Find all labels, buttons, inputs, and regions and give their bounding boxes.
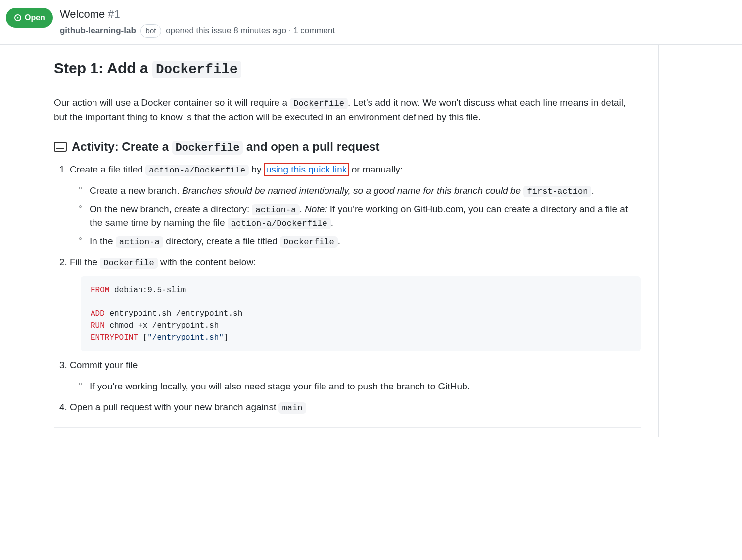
activity-heading: Activity: Create a Dockerfile and open a…: [54, 138, 641, 156]
issue-number: #1: [108, 8, 120, 20]
issue-header: Open Welcome #1 github-learning-lab bot …: [0, 0, 742, 45]
quick-link[interactable]: using this quick link: [266, 164, 347, 174]
step-3: Commit your file If you're working local…: [70, 358, 641, 393]
step-4: Open a pull request with your new branch…: [70, 400, 641, 415]
issue-open-icon: [14, 14, 22, 22]
substep-b: On the new branch, create a directory: a…: [90, 202, 641, 230]
code-dockerfile: Dockerfile: [172, 141, 243, 155]
opened-text: opened this issue 8 minutes ago · 1 comm…: [166, 26, 335, 35]
code-branch: first-action: [523, 186, 591, 197]
issue-meta: github-learning-lab bot opened this issu…: [60, 24, 736, 38]
steps-list: Create a file titled action-a/Dockerfile…: [54, 163, 641, 414]
code-dockerfile: Dockerfile: [290, 98, 348, 109]
issue-title-line: Welcome #1: [60, 6, 736, 22]
code-path: action-a/Dockerfile: [145, 165, 249, 176]
state-label: Open: [25, 12, 45, 24]
issue-author[interactable]: github-learning-lab: [60, 26, 136, 35]
step-1-substeps: Create a new branch. Branches should be …: [70, 184, 641, 249]
code-file: Dockerfile: [100, 258, 158, 269]
issue-title: Welcome: [60, 8, 105, 20]
issue-body: Step 1: Add a Dockerfile Our action will…: [42, 45, 659, 437]
substep-c: In the action-a directory, create a file…: [90, 234, 641, 249]
step-2: Fill the Dockerfile with the content bel…: [70, 256, 641, 352]
highlighted-link-box: using this quick link: [264, 163, 349, 176]
code-dir: action-a: [116, 236, 163, 248]
step-3-substeps: If you're working locally, you will also…: [70, 380, 641, 394]
step-heading: Step 1: Add a Dockerfile: [54, 57, 641, 85]
lead-paragraph: Our action will use a Docker container s…: [54, 96, 641, 124]
keyboard-icon: [54, 142, 67, 152]
code-file: Dockerfile: [280, 236, 338, 248]
divider: [54, 427, 641, 428]
code-path: action-a/Dockerfile: [228, 218, 331, 229]
code-branch-main: main: [278, 402, 306, 414]
substep-3a: If you're working locally, you will also…: [90, 380, 641, 394]
code-dir: action-a: [252, 204, 299, 215]
step-heading-text: Step 1: Add a: [54, 60, 152, 76]
substep-a: Create a new branch. Branches should be …: [90, 184, 641, 198]
code-dockerfile: Dockerfile: [152, 61, 241, 78]
bot-tag: bot: [140, 24, 162, 38]
step-1: Create a file titled action-a/Dockerfile…: [70, 163, 641, 248]
header-main: Welcome #1 github-learning-lab bot opene…: [60, 6, 736, 38]
state-badge-open: Open: [6, 8, 53, 28]
dockerfile-code-block[interactable]: FROM debian:9.5-slim ADD entrypoint.sh /…: [81, 276, 641, 351]
